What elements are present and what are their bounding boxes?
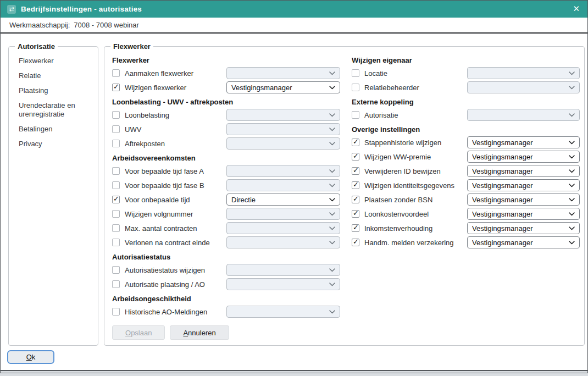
group-rows: Stappenhistorie wijzigen Vestigingsmanag… <box>352 136 580 248</box>
chevron-down-icon <box>329 198 335 202</box>
settings-group: Externe koppeling Autorisatie <box>352 98 580 121</box>
authorization-row: Loonbelasting <box>112 109 340 121</box>
role-select[interactable] <box>226 222 340 234</box>
authorization-row: Aanmaken flexwerker <box>112 67 340 79</box>
sidebar-item[interactable]: Relatie <box>18 71 92 81</box>
checkbox[interactable] <box>352 224 359 232</box>
ok-button[interactable]: Ok <box>7 350 54 364</box>
authorization-row: Autorisatie plaatsing / AO <box>112 278 340 290</box>
role-select[interactable]: Vestigingsmanager <box>467 165 580 177</box>
checkbox[interactable] <box>352 196 359 203</box>
sidebar-item[interactable]: Urendeclaratie en urenregistratie <box>18 101 92 119</box>
checkbox[interactable] <box>352 111 359 119</box>
checkbox[interactable] <box>112 84 120 91</box>
role-select[interactable] <box>226 179 340 191</box>
role-select[interactable]: Vestigingsmanager <box>467 136 580 148</box>
role-select[interactable] <box>467 109 580 121</box>
authorization-row: UWV <box>112 123 340 135</box>
row-label: Voor bepaalde tijd fase B <box>125 181 226 190</box>
checkbox[interactable] <box>352 69 359 77</box>
bottom-strip <box>1 370 587 373</box>
role-select[interactable] <box>226 264 340 276</box>
checkbox[interactable] <box>112 308 120 316</box>
role-select[interactable] <box>226 137 340 150</box>
settings-dialog: ⇄ Bedrijfsinstellingen - autorisaties ✕ … <box>0 0 588 373</box>
checkbox[interactable] <box>352 181 359 189</box>
row-label: UWV <box>125 125 226 134</box>
chevron-down-icon <box>569 169 575 173</box>
checkbox[interactable] <box>352 153 359 161</box>
chevron-down-icon <box>569 226 575 230</box>
chevron-down-icon <box>329 241 335 245</box>
role-select[interactable]: Directie <box>226 193 340 206</box>
role-select[interactable]: Vestigingsmanager <box>226 81 340 93</box>
checkbox[interactable] <box>112 125 120 133</box>
row-label: Autorisatie <box>364 111 467 119</box>
role-select[interactable] <box>226 278 340 290</box>
close-icon[interactable]: ✕ <box>573 5 580 13</box>
role-select[interactable] <box>226 306 340 318</box>
checkbox[interactable] <box>352 167 359 175</box>
left-sections: Flexwerker Aanmaken flexwerker <box>112 56 340 318</box>
sidebar-item[interactable]: Plaatsing <box>18 86 92 96</box>
row-label: Stappenhistorie wijzigen <box>364 139 467 147</box>
group-rows: Autorisatiestatus wijzigen <box>112 264 340 290</box>
content-area: Autorisatie Flexwerker Relatie Plaatsing… <box>1 34 587 346</box>
title-bar: ⇄ Bedrijfsinstellingen - autorisaties ✕ <box>1 1 587 18</box>
settings-group: Arbeidsovereenkomsten Voor bepaalde tijd… <box>112 154 340 248</box>
row-label: Relatiebeheerder <box>364 84 467 92</box>
role-select[interactable] <box>226 236 340 248</box>
role-select[interactable] <box>226 208 340 220</box>
main-legend: Flexwerker <box>110 42 153 51</box>
checkbox[interactable] <box>112 224 120 232</box>
role-select[interactable] <box>226 109 340 121</box>
save-button[interactable]: Opslaan <box>112 325 165 340</box>
chevron-down-icon <box>329 71 335 75</box>
role-select[interactable]: Vestigingsmanager <box>467 179 580 191</box>
chevron-down-icon <box>569 141 575 145</box>
checkbox[interactable] <box>112 181 120 189</box>
checkbox[interactable] <box>112 69 120 77</box>
role-select[interactable] <box>226 165 340 177</box>
checkbox[interactable] <box>112 210 120 218</box>
sidebar-item[interactable]: Betalingen <box>18 124 92 134</box>
authorization-row: Loonkostenvoordeel Vestigingsmanager <box>352 208 580 220</box>
authorization-row: Wijzigen volgnummer <box>112 208 340 220</box>
select-value: Vestigingsmanager <box>472 196 533 204</box>
checkbox[interactable] <box>112 280 120 288</box>
row-label: Locatie <box>364 69 467 78</box>
checkbox[interactable] <box>112 111 120 119</box>
checkbox[interactable] <box>352 139 359 146</box>
group-title: Arbeidsongeschiktheid <box>112 295 340 303</box>
role-select[interactable] <box>467 81 580 93</box>
role-select[interactable] <box>467 67 580 79</box>
role-select[interactable] <box>226 67 340 79</box>
checkbox[interactable] <box>112 196 120 203</box>
chevron-down-icon <box>569 184 575 187</box>
role-select[interactable]: Vestigingsmanager <box>467 208 580 220</box>
checkbox[interactable] <box>352 210 359 218</box>
role-select[interactable]: Vestigingsmanager <box>467 151 580 163</box>
row-label: Handm. melden verzekering <box>364 239 467 247</box>
row-label: Voor onbepaalde tijd <box>125 196 226 204</box>
settings-group: Overige instellingen Stappenhistorie wij… <box>352 125 580 248</box>
sidebar-item[interactable]: Privacy <box>18 139 92 149</box>
group-rows: Aanmaken flexwerker <box>112 67 340 93</box>
role-select[interactable] <box>226 123 340 135</box>
transfer-arrows-icon: ⇄ <box>7 5 16 14</box>
row-label: Wijzigen WW-premie <box>364 153 467 161</box>
cancel-button[interactable]: Annuleren <box>170 325 229 340</box>
role-select[interactable]: Vestigingsmanager <box>467 236 580 248</box>
checkbox[interactable] <box>112 140 120 147</box>
checkbox[interactable] <box>112 167 120 175</box>
role-select[interactable]: Vestigingsmanager <box>467 193 580 206</box>
chevron-down-icon <box>329 268 335 272</box>
checkbox[interactable] <box>352 239 359 246</box>
settings-group: Loonbelasting - UWV - aftrekposten Loonb… <box>112 98 340 150</box>
sidebar-item[interactable]: Flexwerker <box>18 56 92 66</box>
chevron-down-icon <box>329 142 335 146</box>
role-select[interactable]: Vestigingsmanager <box>467 222 580 234</box>
checkbox[interactable] <box>112 239 120 246</box>
checkbox[interactable] <box>352 84 359 91</box>
checkbox[interactable] <box>112 266 120 274</box>
